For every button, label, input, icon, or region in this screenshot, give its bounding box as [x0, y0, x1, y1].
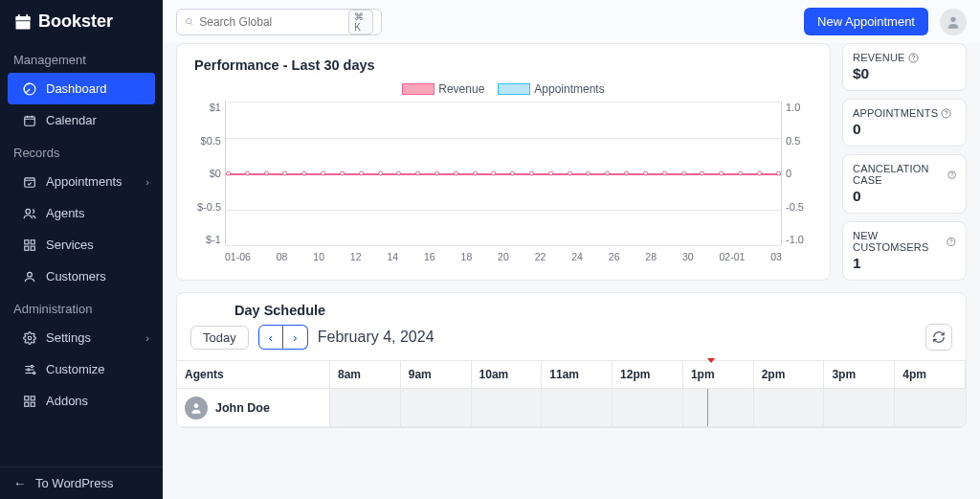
nav-section-records: Records: [0, 136, 163, 166]
sidebar-item-customize[interactable]: Customize: [0, 353, 163, 385]
svg-rect-7: [25, 177, 35, 186]
gauge-icon: [23, 82, 36, 96]
app-logo: Bookster: [0, 0, 163, 43]
svg-rect-20: [31, 402, 34, 406]
help-icon[interactable]: [947, 237, 956, 247]
today-button[interactable]: Today: [190, 326, 249, 350]
svg-rect-21: [25, 402, 29, 406]
schedule-header-hour: 1pm: [683, 361, 754, 389]
schedule-slot[interactable]: [472, 389, 543, 427]
sidebar-item-label: Customize: [46, 362, 104, 376]
new-appointment-button[interactable]: New Appointment: [804, 8, 928, 35]
search-input-wrap[interactable]: ⌘ K: [176, 9, 382, 35]
schedule-header-hour: 10am: [472, 361, 543, 389]
schedule-slot[interactable]: [824, 389, 895, 427]
performance-chart-card: Performance - Last 30 days Revenue Appoi…: [176, 43, 831, 281]
svg-point-16: [28, 368, 30, 370]
sidebar-item-label: Agents: [46, 206, 84, 220]
schedule-header-hour: 3pm: [824, 361, 895, 389]
current-date: February 4, 2024: [318, 329, 434, 346]
sidebar-item-label: Addons: [46, 394, 88, 408]
chart-legend: Revenue Appointments: [194, 82, 813, 96]
sidebar-item-dashboard[interactable]: Dashboard: [8, 73, 155, 104]
shortcut-hint: ⌘ K: [348, 10, 373, 34]
chevron-right-icon: ›: [145, 176, 149, 188]
schedule-slot[interactable]: [683, 389, 754, 427]
stat-cancelation: CANCELATION CASE 0: [842, 154, 967, 214]
puzzle-icon: [23, 395, 36, 408]
schedule-grid: Agents8am9am10am11am12pm1pm2pm3pm4pmJohn…: [177, 360, 966, 427]
prev-day-button[interactable]: ‹: [258, 325, 283, 350]
chart-title: Performance - Last 30 days: [194, 57, 813, 73]
svg-point-14: [28, 336, 32, 340]
calendar-icon: [23, 114, 36, 127]
sidebar: Bookster Management Dashboard Calendar R…: [0, 0, 163, 499]
schedule-slot[interactable]: [754, 389, 825, 427]
refresh-icon: [932, 330, 946, 344]
schedule-header-hour: 4pm: [895, 361, 966, 389]
svg-rect-18: [25, 396, 29, 399]
agent-name-label: John Doe: [215, 401, 270, 415]
stat-value: $0: [853, 65, 956, 82]
arrow-left-icon: ←: [13, 476, 26, 490]
avatar: [185, 397, 208, 420]
svg-point-17: [33, 372, 35, 374]
help-icon[interactable]: [941, 108, 951, 119]
help-icon[interactable]: [908, 53, 919, 63]
svg-rect-9: [25, 239, 29, 243]
svg-point-15: [31, 365, 33, 367]
schedule-slot[interactable]: [330, 389, 401, 427]
stat-new-customers: NEW CUSTOMSERS 1: [842, 221, 967, 281]
user-icon: [946, 14, 961, 30]
sidebar-item-calendar[interactable]: Calendar: [0, 104, 163, 136]
help-icon[interactable]: [947, 170, 956, 180]
day-schedule-card: Day Schedule Today ‹ › February 4, 2024 …: [176, 292, 967, 428]
stat-appointments: APPOINTMENTS 0: [842, 99, 967, 147]
schedule-header-hour: 12pm: [612, 361, 683, 389]
legend-item-appointments[interactable]: Appointments: [498, 82, 604, 96]
gear-icon: [23, 331, 36, 345]
schedule-slot[interactable]: [612, 389, 683, 427]
sidebar-item-label: Calendar: [46, 113, 97, 127]
schedule-slot[interactable]: [542, 389, 612, 427]
stat-revenue: REVENUE $0: [842, 43, 967, 91]
stat-value: 1: [853, 255, 956, 272]
user-group-icon: [23, 270, 36, 284]
svg-rect-12: [31, 246, 34, 250]
next-day-button[interactable]: ›: [283, 325, 308, 350]
schedule-slot[interactable]: [895, 389, 966, 427]
sidebar-item-customers[interactable]: Customers: [0, 261, 163, 292]
sidebar-item-addons[interactable]: Addons: [0, 385, 163, 417]
calendar-check-icon: [23, 175, 36, 189]
schedule-title: Day Schedule: [234, 303, 966, 318]
sliders-icon: [23, 363, 36, 376]
sidebar-item-to-wordpress[interactable]: ← To WordPress: [0, 467, 163, 499]
legend-item-revenue[interactable]: Revenue: [402, 82, 484, 96]
svg-point-22: [187, 18, 191, 23]
svg-point-28: [194, 403, 199, 408]
sidebar-item-appointments[interactable]: Appointments ›: [0, 166, 163, 197]
schedule-header-agents: Agents: [177, 361, 330, 389]
refresh-button[interactable]: [925, 324, 952, 351]
svg-point-13: [28, 272, 33, 277]
schedule-header-hour: 11am: [542, 361, 612, 389]
search-input[interactable]: [199, 15, 343, 29]
chart-plot-area: [225, 102, 782, 245]
sidebar-item-label: Settings: [46, 330, 91, 345]
schedule-header-hour: 8am: [330, 361, 401, 389]
app-name: Bookster: [38, 11, 113, 32]
sidebar-item-settings[interactable]: Settings ›: [0, 322, 163, 353]
nav-section-management: Management: [0, 43, 163, 73]
y-axis-right: 1.0 0.5 0 -0.5 -1.0: [782, 102, 813, 245]
svg-rect-3: [26, 13, 28, 17]
sidebar-item-label: Dashboard: [46, 81, 107, 96]
schedule-slot[interactable]: [401, 389, 472, 427]
nav-section-administration: Administration: [0, 292, 163, 322]
sidebar-item-services[interactable]: Services: [0, 229, 163, 261]
user-avatar[interactable]: [940, 9, 967, 35]
sidebar-item-label: Services: [46, 238, 94, 252]
sidebar-item-agents[interactable]: Agents: [0, 197, 163, 229]
schedule-header-hour: 9am: [401, 361, 472, 389]
stat-value: 0: [853, 188, 956, 205]
chevron-right-icon: ›: [293, 330, 297, 345]
